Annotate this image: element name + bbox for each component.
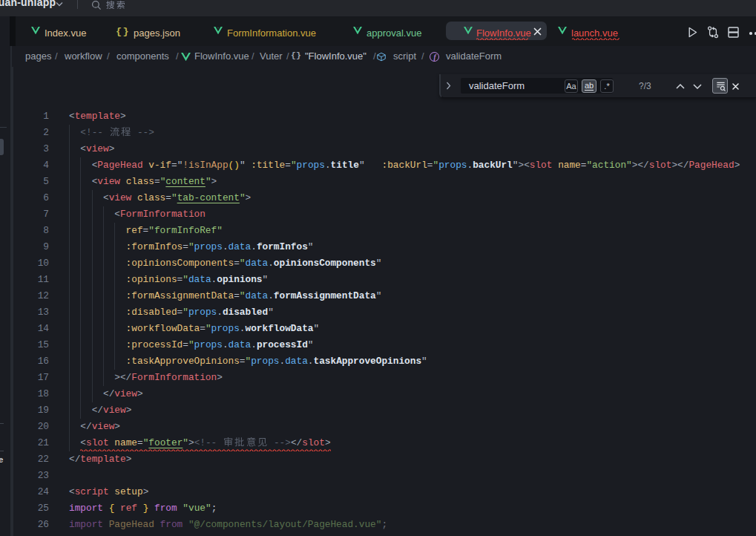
svg-text:f: f bbox=[434, 53, 437, 61]
